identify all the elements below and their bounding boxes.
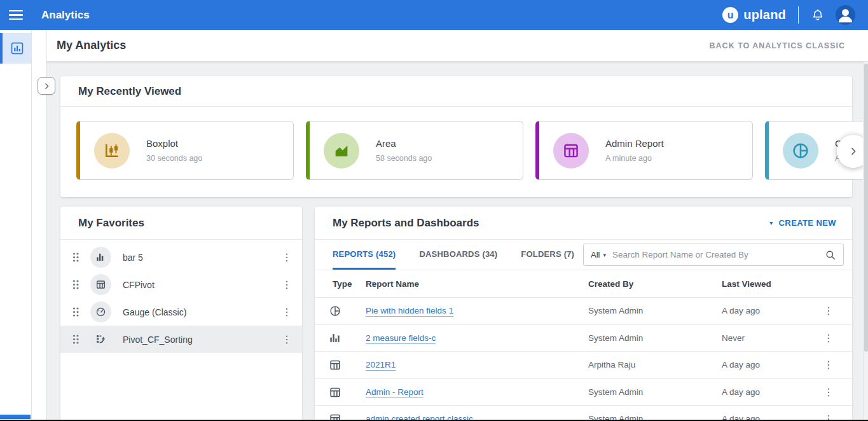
table-row: Admin - Report System Admin A day ago ⋮ <box>315 379 852 406</box>
caret-down-icon: ▾ <box>603 252 606 258</box>
boxplot-icon <box>94 133 130 169</box>
recent-card-boxplot[interactable]: Boxplot 30 seconds ago <box>76 121 294 180</box>
drag-handle-icon[interactable] <box>72 334 79 345</box>
created-by-cell: System Admin <box>588 406 643 421</box>
recently-viewed-cards: Boxplot 30 seconds ago Area 58 seconds a… <box>76 121 868 180</box>
card-timestamp: 58 seconds ago <box>376 154 432 163</box>
area-chart-icon <box>324 133 359 169</box>
sidebar-item-analytics[interactable] <box>0 33 31 64</box>
created-by-cell: System Admin <box>588 298 643 325</box>
column-header-created-by[interactable]: Created By <box>588 270 633 298</box>
favorite-item-gauge-classic[interactable]: Gauge (Classic) ⋮ <box>60 298 302 326</box>
left-sidebar <box>0 30 32 421</box>
row-menu-kebab-icon[interactable]: ⋮ <box>823 379 834 406</box>
favorite-item-bar-5[interactable]: bar 5 ⋮ <box>60 244 302 271</box>
drag-handle-icon[interactable] <box>72 307 79 317</box>
gauge-icon <box>90 301 111 322</box>
card-timestamp: 30 seconds ago <box>146 154 202 163</box>
reports-title: My Reports and Dashboards <box>333 217 479 230</box>
recently-viewed-title: My Recently Viewed <box>60 76 852 107</box>
item-menu-kebab-icon[interactable]: ⋮ <box>282 252 292 263</box>
favorite-item-label: bar 5 <box>123 252 282 263</box>
last-viewed-cell: A day ago <box>722 352 760 379</box>
user-avatar[interactable] <box>836 5 855 25</box>
row-menu-kebab-icon[interactable]: ⋮ <box>823 298 834 325</box>
bar-chart-icon <box>90 247 111 268</box>
report-table-body: Pie with hidden fields 1 System Admin A … <box>315 298 852 421</box>
favorite-item-label: CFPivot <box>123 280 282 290</box>
upland-brand-name: upland <box>743 8 786 22</box>
report-name-link[interactable]: 2021R1 <box>366 360 396 369</box>
expand-panel-button[interactable] <box>38 77 55 95</box>
search-filter-dropdown[interactable]: All ▾ <box>591 250 606 259</box>
sort-ascending-icon: ↑ <box>371 270 375 298</box>
reports-tab-bar: REPORTS (452) DASHBOARDS (34) FOLDERS (7… <box>315 240 852 270</box>
item-menu-kebab-icon[interactable]: ⋮ <box>282 335 292 345</box>
sidebar-bottom-accent <box>0 415 31 419</box>
topbar-divider <box>798 6 799 24</box>
card-title: Admin Report <box>605 138 664 149</box>
hamburger-menu-icon[interactable] <box>9 8 24 23</box>
table-icon <box>90 274 111 295</box>
back-to-classic-link[interactable]: BACK TO ANALYTICS CLASSIC <box>710 41 845 50</box>
drag-handle-icon[interactable] <box>72 279 79 290</box>
app-title: Analytics <box>41 9 90 22</box>
bar-chart-icon <box>329 332 341 344</box>
favorites-section: My Favorites bar 5 ⋮ CFPivot <box>60 207 302 421</box>
card-title: Area <box>376 138 432 149</box>
top-bar: Analytics u upland <box>0 0 868 30</box>
item-menu-kebab-icon[interactable]: ⋮ <box>282 280 292 290</box>
favorite-item-pivot-cf-sorting[interactable]: Pivot_CF_Sorting ⋮ <box>60 326 302 353</box>
create-new-button[interactable]: ▾ CREATE NEW <box>769 218 836 228</box>
column-header-type[interactable]: Type <box>333 270 352 298</box>
upland-logo: u upland <box>722 7 786 23</box>
created-by-cell: System Admin <box>588 325 643 352</box>
drag-handle-icon[interactable] <box>72 252 79 263</box>
notifications-bell-icon[interactable] <box>811 8 825 22</box>
favorites-list: bar 5 ⋮ CFPivot ⋮ Gaug <box>60 244 302 353</box>
report-name-link[interactable]: Admin - Report <box>366 387 424 397</box>
main-content: My Recently Viewed Boxplot <box>46 62 868 421</box>
table-icon <box>329 359 341 371</box>
report-name-link[interactable]: 2 measure fields-c <box>366 333 436 343</box>
pie-chart-icon <box>783 133 818 169</box>
last-viewed-cell: Never <box>722 325 745 352</box>
create-new-label: CREATE NEW <box>779 218 836 228</box>
row-menu-kebab-icon[interactable]: ⋮ <box>823 325 834 352</box>
table-header-row: Type Report Name↑ Created By Last Viewed <box>315 270 852 298</box>
recently-viewed-section: My Recently Viewed Boxplot <box>60 76 852 197</box>
page-header: My Analytics BACK TO ANALYTICS CLASSIC <box>46 30 868 62</box>
column-header-last-viewed[interactable]: Last Viewed <box>722 270 771 298</box>
caret-down-icon: ▾ <box>769 219 773 226</box>
card-timestamp: A minute ago <box>605 154 664 163</box>
report-search-box: All ▾ <box>583 244 844 266</box>
table-icon <box>329 386 341 399</box>
vertical-scrollbar[interactable] <box>863 62 868 421</box>
table-row: admin created report classic System Admi… <box>315 406 852 421</box>
last-viewed-cell: A day ago <box>722 379 760 406</box>
tab-reports[interactable]: REPORTS (452) <box>333 240 396 270</box>
bar-chart-box-icon <box>10 41 24 55</box>
favorites-title: My Favorites <box>60 207 302 240</box>
topbar-right-cluster: u upland <box>722 5 868 25</box>
row-menu-kebab-icon[interactable]: ⋮ <box>823 352 834 379</box>
table-row: 2 measure fields-c System Admin Never ⋮ <box>315 325 852 352</box>
favorite-item-cfpivot[interactable]: CFPivot ⋮ <box>60 271 302 298</box>
created-by-cell: System Admin <box>588 379 643 406</box>
scrollbar-thumb[interactable] <box>864 64 868 352</box>
tab-folders[interactable]: FOLDERS (7) <box>521 240 574 270</box>
tab-dashboards[interactable]: DASHBOARDS (34) <box>419 240 497 270</box>
table-row: 2021R1 Arpitha Raju A day ago ⋮ <box>315 352 852 379</box>
report-name-link[interactable]: Pie with hidden fields 1 <box>366 306 453 315</box>
favorite-item-label: Pivot_CF_Sorting <box>123 335 282 345</box>
item-menu-kebab-icon[interactable]: ⋮ <box>282 307 292 317</box>
recent-card-admin-report[interactable]: Admin Report A minute ago <box>535 121 753 180</box>
recent-card-area[interactable]: Area 58 seconds ago <box>306 121 523 180</box>
created-by-cell: Arpitha Raju <box>588 352 635 379</box>
table-row: Pie with hidden fields 1 System Admin A … <box>315 298 852 325</box>
row-menu-kebab-icon[interactable]: ⋮ <box>823 406 834 421</box>
reports-section: My Reports and Dashboards ▾ CREATE NEW R… <box>315 207 852 421</box>
favorite-item-label: Gauge (Classic) <box>123 307 282 317</box>
search-icon[interactable] <box>825 249 836 261</box>
search-input[interactable] <box>612 250 825 259</box>
